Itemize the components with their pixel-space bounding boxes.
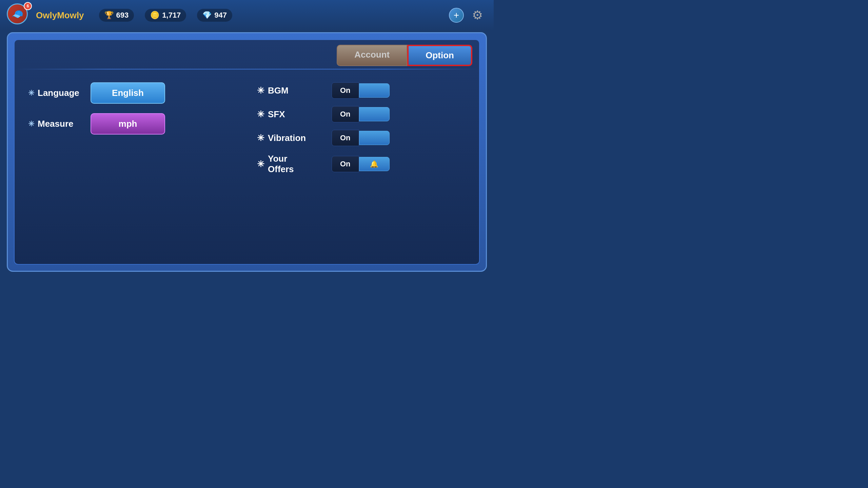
coin-stat: 🪙 1,717	[145, 9, 186, 22]
measure-row: ✳ Measure mph	[28, 113, 237, 135]
your-offers-toggle[interactable]: 🔔	[359, 157, 390, 171]
language-button[interactable]: English	[91, 82, 165, 104]
left-column: ✳ Language English ✳ Measure mph	[28, 82, 237, 254]
tab-option[interactable]: Option	[407, 45, 472, 66]
bgm-row: ✳ BGM On	[257, 82, 466, 99]
measure-button[interactable]: mph	[91, 113, 165, 135]
vibration-label: ✳ Vibration	[257, 133, 325, 143]
your-offers-status: On	[332, 156, 359, 172]
tab-account[interactable]: Account	[337, 45, 407, 66]
top-bar-right: + ⚙	[449, 6, 487, 25]
bgm-label: ✳ BGM	[257, 85, 325, 96]
username: OwlyMowly	[36, 10, 84, 21]
coin-value: 1,717	[162, 11, 181, 20]
content-area: ✳ Language English ✳ Measure mph	[15, 72, 479, 264]
add-currency-button[interactable]: +	[449, 8, 464, 23]
your-offers-label: ✳ Your Offers	[257, 154, 325, 175]
sfx-toggle[interactable]	[359, 107, 390, 121]
trophy-value: 693	[116, 11, 129, 20]
coin-icon: 🪙	[150, 11, 159, 20]
bgm-status: On	[332, 82, 359, 99]
vibration-row: ✳ Vibration On	[257, 130, 466, 146]
your-offers-text: Your Offers	[268, 154, 294, 175]
sfx-status: On	[332, 106, 359, 122]
bgm-toggle[interactable]	[359, 83, 390, 98]
right-column: ✳ BGM On ✳ SFX On	[257, 82, 466, 254]
settings-gear-icon[interactable]: ⚙	[468, 6, 487, 25]
language-gear-icon: ✳	[28, 89, 34, 98]
trophy-stat: 🏆 693	[99, 9, 134, 22]
your-offers-gear-icon: ✳	[257, 159, 264, 169]
vibration-toggle-group: On	[332, 130, 390, 146]
language-label: ✳ Language	[28, 88, 82, 98]
measure-gear-icon: ✳	[28, 120, 34, 128]
gem-icon: 💎	[202, 11, 212, 20]
sfx-label: ✳ SFX	[257, 109, 325, 120]
sfx-toggle-group: On	[332, 106, 390, 122]
gem-stat: 💎 947	[197, 9, 232, 22]
language-row: ✳ Language English	[28, 82, 237, 104]
vibration-gear-icon: ✳	[257, 133, 264, 143]
bgm-gear-icon: ✳	[257, 85, 264, 96]
tab-bar: Account Option	[15, 40, 479, 66]
vibration-toggle[interactable]	[359, 131, 390, 145]
vibration-status: On	[332, 130, 359, 146]
measure-label: ✳ Measure	[28, 119, 82, 129]
top-bar: 🧢 6 OwlyMowly 🏆 693 🪙 1,717 💎 947 + ⚙	[0, 0, 494, 30]
settings-modal-inner: Account Option ✳ Language English	[14, 39, 480, 265]
sfx-gear-icon: ✳	[257, 109, 264, 120]
trophy-icon: 🏆	[104, 11, 114, 20]
bgm-toggle-group: On	[332, 82, 390, 99]
sfx-row: ✳ SFX On	[257, 106, 466, 122]
avatar-badge: 6	[24, 2, 32, 10]
bell-icon: 🔔	[370, 160, 378, 168]
tab-divider	[15, 69, 479, 69]
gem-value: 947	[214, 11, 227, 20]
settings-modal-outer: Account Option ✳ Language English	[7, 32, 487, 272]
avatar-container: 🧢 6	[7, 3, 31, 27]
your-offers-toggle-group: On 🔔	[332, 156, 390, 172]
your-offers-row: ✳ Your Offers On 🔔	[257, 154, 466, 175]
